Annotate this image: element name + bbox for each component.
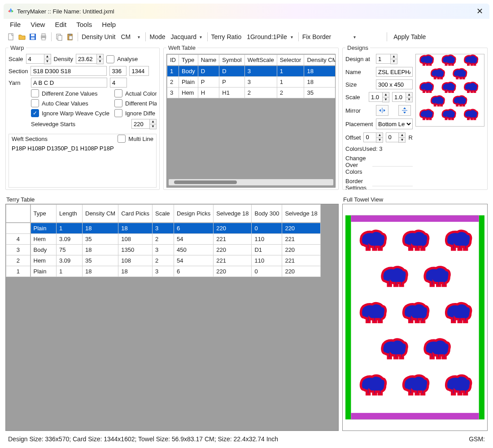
weft-table-panel: Weft Table IDTypeNameSymbolWeftScaleSele… (163, 44, 339, 190)
window-title: TerryMaker :: File Name: Untitled.jxml (17, 8, 474, 15)
section-label: Section (9, 68, 28, 75)
mode-combo[interactable]: Jacquard▾ (168, 32, 204, 42)
density-spin[interactable]: ▲▼ (76, 54, 104, 64)
design-size-input[interactable] (376, 79, 413, 89)
open-file-icon[interactable] (18, 33, 26, 41)
titlebar: TerryMaker :: File Name: Untitled.jxml ✕ (4, 4, 489, 19)
border-settings-label: Border Settings (345, 178, 370, 190)
svg-marker-1 (8, 10, 10, 13)
repeat-label: Repeat (408, 134, 413, 141)
terry-table-panel: Terry Table TypeLengthDensity CMCard Pic… (5, 196, 339, 431)
ignore-warp-check[interactable]: Ignore Warp Weave Cycle (31, 109, 109, 117)
chevron-down-icon: ▾ (198, 35, 204, 40)
section-val2[interactable] (129, 66, 149, 76)
table-row[interactable]: 3Body751813503450220D1220 (6, 244, 321, 255)
actual-color-check[interactable]: Actual Color (114, 89, 157, 97)
menu-help[interactable]: Help (102, 21, 116, 28)
table-row[interactable]: 1Plain11818362200220 (6, 266, 321, 277)
mirror-h-icon[interactable] (376, 105, 388, 116)
placement-label: Placement (345, 121, 373, 127)
full-towel-panel: Full Towel View (342, 196, 488, 431)
designat-label: Design at (345, 56, 373, 62)
print-icon[interactable] (39, 33, 48, 41)
yarn-input[interactable] (31, 78, 107, 88)
svg-rect-19 (351, 413, 479, 419)
weft-sections-panel: Weft Sections Multi Line P18P H108P D135… (9, 134, 157, 188)
design-preview (415, 54, 484, 127)
mirror-v-icon[interactable] (398, 105, 411, 116)
menubar: File View Edit Tools Help (4, 19, 489, 31)
fix-border-combo[interactable]: ▾ (334, 32, 383, 42)
h-scrollbar[interactable] (169, 179, 333, 185)
app-icon (7, 8, 14, 15)
copy-icon[interactable] (55, 33, 63, 41)
multiline-check[interactable]: Multi Line (118, 135, 153, 143)
full-towel-title: Full Towel View (342, 196, 488, 203)
density-unit-label: Density Unit (82, 33, 115, 40)
table-row[interactable]: 3HemHH12235 (167, 88, 336, 98)
separator (145, 32, 146, 41)
menu-tools[interactable]: Tools (76, 21, 92, 28)
toolbar: Density Unit CM▾ Mode Jacquard▾ Terry Ra… (4, 31, 489, 44)
weft-table-grid[interactable]: IDTypeNameSymbolWeftScaleSelectorDensity… (166, 54, 336, 188)
status-left: Design Size: 336x570; Card Size: 1344x16… (8, 435, 469, 443)
design-name-input[interactable] (376, 67, 413, 77)
terry-ratio-label: Terry Ratio (211, 33, 242, 40)
separator (387, 32, 387, 41)
designs-legend: Designs (345, 44, 370, 51)
menu-file[interactable]: File (10, 21, 21, 28)
terry-table-grid[interactable]: TypeLengthDensity CMCard PicksScaleDesig… (5, 204, 339, 431)
selvedge-spin[interactable]: ▲▼ (131, 119, 157, 129)
apply-table-button[interactable]: Apply Table (391, 33, 428, 40)
table-row[interactable]: 4Hem3.0935108254221110221 (6, 233, 321, 244)
section-input[interactable] (31, 66, 107, 76)
mirror-label: Mirror (345, 107, 373, 114)
diff-zone-check[interactable]: Different Zone Values (31, 89, 98, 97)
svg-rect-13 (69, 34, 71, 35)
density-unit-combo[interactable]: CM▾ (118, 32, 142, 42)
scale-x-spin[interactable]: ▲▼ (369, 92, 389, 102)
chevron-down-icon: ▾ (352, 35, 358, 40)
section-val1[interactable] (109, 66, 127, 76)
svg-rect-18 (351, 215, 479, 222)
yarn-val[interactable] (110, 78, 127, 88)
svg-rect-9 (42, 38, 45, 40)
auto-clear-check[interactable]: Auto Clear Values (31, 99, 88, 107)
weft-sections-label: Weft Sections (12, 136, 118, 142)
change-over-field[interactable] (372, 163, 413, 167)
border-settings-field[interactable] (372, 183, 413, 186)
placement-select[interactable]: Bottom Left (376, 119, 413, 129)
table-row[interactable]: 5Plain11818362200220 (6, 223, 321, 234)
separator (298, 32, 299, 41)
offset-x-spin[interactable]: ▲▼ (363, 132, 383, 143)
svg-marker-2 (12, 10, 13, 13)
scale-spin[interactable]: ▲▼ (26, 54, 51, 64)
new-file-icon[interactable] (7, 33, 15, 41)
yarn-label: Yarn (9, 79, 28, 86)
close-icon[interactable]: ✕ (474, 6, 486, 16)
offset-y-spin[interactable]: ▲▼ (386, 132, 406, 143)
status-right: GSM: (469, 435, 485, 443)
menu-edit[interactable]: Edit (55, 21, 66, 28)
diff-plan-check[interactable]: Different Plan (114, 99, 157, 107)
scale-label: Scale (9, 56, 23, 62)
weft-sections-text[interactable]: P18P H108P D1350P_D1 H108P P18P (9, 143, 156, 187)
svg-rect-8 (42, 34, 45, 36)
warp-panel: Warp Scale ▲▼ Density ▲▼ Analyse Section… (5, 44, 160, 190)
scale-y-spin[interactable]: ▲▼ (392, 92, 413, 102)
separator (51, 32, 52, 41)
save-icon[interactable] (29, 33, 37, 41)
designat-spin[interactable]: ▲▼ (376, 54, 397, 64)
table-row[interactable]: 1BodyDD3118 (167, 66, 336, 77)
analyse-check[interactable]: Analyse (106, 55, 138, 63)
weft-table-legend: Weft Table (166, 44, 197, 51)
ignore-diff-check[interactable]: Ignore Diffe (114, 109, 157, 117)
table-row[interactable]: 2Hem3.0935108254221110221 (6, 255, 321, 266)
design-scale-label: Scale (345, 94, 366, 101)
table-row[interactable]: 2PlainPP3118 (167, 77, 336, 88)
app-window: TerryMaker :: File Name: Untitled.jxml ✕… (0, 0, 493, 448)
paste-icon[interactable] (66, 33, 74, 41)
design-size-label: Size (345, 81, 373, 88)
menu-view[interactable]: View (31, 21, 45, 28)
terry-ratio-combo[interactable]: 1Ground:1Pile▾ (244, 32, 295, 42)
